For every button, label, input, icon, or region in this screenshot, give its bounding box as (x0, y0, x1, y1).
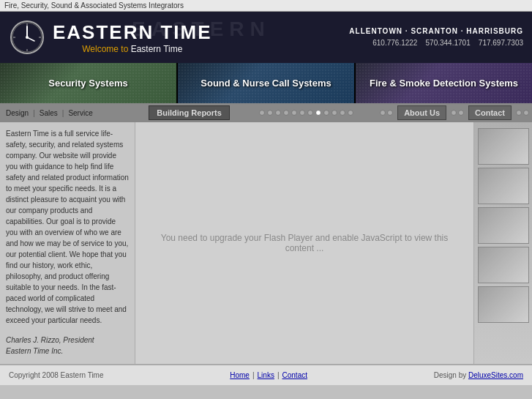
nav-security-label: Security Systems (42, 75, 133, 92)
flash-message: You need to upgrade your Flash Player an… (150, 233, 459, 253)
logo-main: EASTERN TIME (53, 21, 212, 44)
flash-message-text: You need to upgrade your Flash Player an… (161, 233, 448, 253)
sub-nav-about[interactable]: About Us (397, 105, 446, 120)
sub-nav-left: Design | Sales | Service (3, 108, 147, 119)
dot-5 (291, 110, 297, 116)
dot-4 (283, 110, 289, 116)
cities: ALLENTOWN · SCRANTON · HARRISBURG (349, 26, 523, 37)
signature-name: Charles J. Rizzo, President (6, 335, 129, 346)
signature-company: Eastern Time Inc. (6, 346, 129, 357)
sidebar-signature: Charles J. Rizzo, President Eastern Time… (6, 335, 129, 357)
dot-end-2 (523, 110, 529, 116)
logo-sub: Welcome to Eastern Time (53, 44, 212, 54)
sub-nav-right: About Us Contact (380, 105, 529, 120)
dot-6 (299, 110, 305, 116)
logo-text: EASTERN TIME Welcome to Eastern Time (53, 21, 212, 54)
phone1: 610.776.1222 (372, 39, 417, 47)
footer-copyright: Copyright 2008 Eastern Time (9, 371, 104, 379)
dot-about-2 (387, 110, 393, 116)
sub-nav-design[interactable]: Design (3, 108, 31, 119)
sidebar-body: Eastern Time is a full service life-safe… (6, 128, 129, 326)
dot-about-1 (380, 110, 386, 116)
dot-12 (348, 110, 353, 116)
dot-11 (340, 110, 345, 116)
right-col-item-3 (478, 207, 529, 244)
sub-nav-building-reports[interactable]: Building Reports (149, 105, 230, 120)
dot-1 (259, 110, 265, 116)
sub-nav-service[interactable]: Service (65, 108, 95, 119)
nav-sound[interactable]: Sound & Nurse Call Systems (176, 63, 356, 103)
right-col-item-4 (478, 247, 529, 283)
dot-2 (267, 110, 273, 116)
sub-nav-contact[interactable]: Contact (468, 105, 512, 120)
footer-links: Home | Links | Contact (230, 371, 307, 379)
dot-end-1 (516, 110, 522, 116)
sub-nav-sales[interactable]: Sales (37, 108, 61, 119)
footer-contact-link[interactable]: Contact (282, 371, 307, 379)
footer-design-link[interactable]: DeluxeSites.com (468, 371, 523, 379)
phone3: 717.697.7303 (479, 39, 523, 47)
phone2: 570.344.1701 (426, 39, 471, 47)
nav-banner: Security Systems Sound & Nurse Call Syst… (0, 63, 532, 103)
top-bar-title: Fire, Security, Sound & Associated Syste… (4, 1, 184, 10)
dot-7 (307, 110, 313, 116)
top-bar: Fire, Security, Sound & Associated Syste… (0, 0, 532, 12)
footer-links-link[interactable]: Links (258, 371, 274, 379)
dot-contact-1 (451, 110, 457, 116)
welcome-link[interactable]: Eastern Time (131, 44, 183, 54)
welcome-text: Welcome to (82, 44, 128, 54)
nav-fire[interactable]: Fire & Smoke Detection Systems (356, 63, 532, 103)
dot-10 (331, 110, 337, 116)
logo-area: EASTERN TIME Welcome to Eastern Time (9, 19, 212, 56)
dot-9 (323, 110, 329, 116)
right-col-item-5 (478, 286, 529, 323)
contact-info: ALLENTOWN · SCRANTON · HARRISBURG 610.77… (349, 26, 523, 49)
right-col-item-1 (478, 128, 529, 165)
dot-3 (275, 110, 281, 116)
header: EASTERN EASTERN TIME Welcome to Eastern … (0, 12, 532, 63)
svg-point-8 (26, 36, 29, 39)
sub-nav: Design | Sales | Service Building Report… (0, 103, 532, 122)
clock-icon (9, 19, 45, 56)
dot-contact-2 (458, 110, 464, 116)
sidebar: Eastern Time is a full service life-safe… (0, 122, 135, 364)
right-col-item-2 (478, 168, 529, 204)
dot-8 (315, 110, 321, 116)
main: Eastern Time is a full service life-safe… (0, 122, 532, 364)
nav-fire-label: Fire & Smoke Detection Systems (364, 75, 524, 92)
footer: Copyright 2008 Eastern Time Home | Links… (0, 364, 532, 385)
sub-nav-dots (234, 110, 378, 116)
footer-home-link[interactable]: Home (230, 371, 250, 379)
nav-sound-label: Sound & Nurse Call Systems (195, 75, 337, 92)
footer-design-label: Design by (434, 371, 466, 379)
right-col (473, 122, 532, 364)
nav-security[interactable]: Security Systems (0, 63, 176, 103)
footer-right: Design by DeluxeSites.com (434, 371, 523, 379)
content-area: You need to upgrade your Flash Player an… (135, 122, 473, 364)
